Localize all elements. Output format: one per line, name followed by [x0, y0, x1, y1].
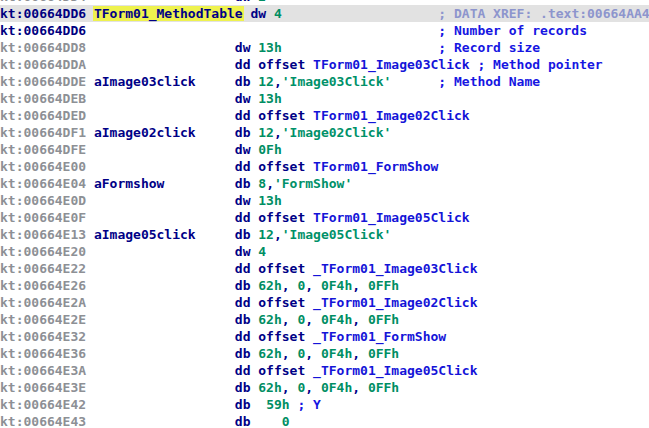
address[interactable]: kt:00664E0D	[0, 193, 94, 208]
mnemonic-keyword: ,	[282, 312, 298, 327]
mnemonic-keyword: db	[235, 346, 258, 361]
spacer	[94, 312, 235, 327]
address[interactable]: kt:00664E32	[0, 329, 94, 344]
number-literal: 62h	[258, 278, 281, 293]
mnemonic-keyword: dd offset	[235, 329, 313, 344]
spacer	[94, 108, 235, 123]
address[interactable]: kt:00664E3E	[0, 380, 94, 395]
data-label[interactable]: aImage02click	[94, 125, 196, 140]
address-current-item[interactable]: kt:00664DD6	[0, 6, 94, 21]
listing-line[interactable]: kt:00664E04 aFormshow db 8,'FormShow'	[0, 175, 649, 192]
listing-line[interactable]: kt:00664DD6 ; Number of records	[0, 22, 649, 39]
mnemonic-keyword: ,	[305, 312, 321, 327]
address[interactable]: kt:00664DDA	[0, 57, 94, 72]
listing-line[interactable]: kt:00664E0D dw 13h	[0, 192, 649, 209]
listing-line-selected[interactable]: kt:00664DD6 TForm01_MethodTable dw 4 ; D…	[0, 5, 649, 22]
address[interactable]: kt:00664DD4	[0, 0, 94, 4]
address[interactable]: kt:00664DFE	[0, 142, 94, 157]
mnemonic-keyword: dd offset	[235, 159, 313, 174]
number-literal: 0F4h	[321, 312, 352, 327]
mnemonic-keyword: db	[235, 125, 258, 140]
symbol-name[interactable]: _TForm01_Image05Click	[313, 363, 477, 378]
number-literal: 62h	[258, 346, 281, 361]
address[interactable]: kt:00664DF1	[0, 125, 94, 140]
address[interactable]: kt:00664DED	[0, 108, 94, 123]
symbol-name[interactable]: TForm01_FormShow	[313, 159, 438, 174]
spacer	[94, 244, 235, 259]
address[interactable]: kt:00664E00	[0, 159, 94, 174]
address[interactable]: kt:00664E13	[0, 227, 94, 242]
disassembly-listing[interactable]: kt:00664DD4 dw 2kt:00664DD6 TForm01_Meth…	[0, 0, 649, 428]
address[interactable]: kt:00664E26	[0, 278, 94, 293]
number-literal: 2	[258, 0, 266, 4]
xref-comment: ; DATA XREF: .text:00664AA4↑o	[438, 6, 649, 21]
listing-line[interactable]: kt:00664E00 dd offset TForm01_FormShow	[0, 158, 649, 175]
listing-line[interactable]: kt:00664E3E db 62h, 0, 0F4h, 0FFh	[0, 379, 649, 396]
data-label[interactable]: aFormshow	[94, 176, 164, 191]
number-literal: 62h	[258, 312, 281, 327]
listing-line[interactable]: kt:00664E3A dd offset _TForm01_Image05Cl…	[0, 362, 649, 379]
listing-line[interactable]: kt:00664E26 db 62h, 0, 0F4h, 0FFh	[0, 277, 649, 294]
listing-line[interactable]: kt:00664DED dd offset TForm01_Image02Cli…	[0, 107, 649, 124]
address[interactable]: kt:00664E2A	[0, 295, 94, 310]
listing-line[interactable]: kt:00664E32 dd offset _TForm01_FormShow	[0, 328, 649, 345]
number-literal: 4	[274, 6, 282, 21]
listing-line[interactable]: kt:00664E20 dw 4	[0, 243, 649, 260]
address-current-item[interactable]: kt:00664DD6	[0, 23, 94, 38]
address[interactable]: kt:00664E20	[0, 244, 94, 259]
string-literal: 'Image02Click'	[282, 125, 392, 140]
mnemonic-keyword: db	[235, 414, 282, 428]
number-literal: 0FFh	[368, 312, 399, 327]
listing-line[interactable]: kt:00664DFE dw 0Fh	[0, 141, 649, 158]
symbol-name[interactable]: _TForm01_FormShow	[313, 329, 446, 344]
data-label[interactable]: aImage05click	[94, 227, 196, 242]
address[interactable]: kt:00664DD8	[0, 40, 94, 55]
listing-line[interactable]: kt:00664DEB dw 13h	[0, 90, 649, 107]
symbol-name[interactable]: TForm01_Image02Click	[313, 108, 470, 123]
mnemonic-keyword: dw	[235, 244, 258, 259]
listing-line[interactable]: kt:00664E22 dd offset _TForm01_Image03Cl…	[0, 260, 649, 277]
number-literal: 13h	[258, 193, 281, 208]
symbol-name[interactable]: _TForm01_Image02Click	[313, 295, 477, 310]
mnemonic-keyword: dw	[235, 91, 258, 106]
spacer	[94, 210, 235, 225]
listing-line[interactable]: kt:00664E13 aImage05click db 12,'Image05…	[0, 226, 649, 243]
listing-line[interactable]: kt:00664E2E db 62h, 0, 0F4h, 0FFh	[0, 311, 649, 328]
address[interactable]: kt:00664E22	[0, 261, 94, 276]
spacer	[94, 193, 235, 208]
number-literal: 0F4h	[321, 380, 352, 395]
spacer	[94, 295, 235, 310]
symbol-name[interactable]: TForm01_Image05Click	[313, 210, 470, 225]
spacer	[196, 227, 235, 242]
listing-line[interactable]: kt:00664E2A dd offset _TForm01_Image02Cl…	[0, 294, 649, 311]
listing-line[interactable]: kt:00664E43 db 0	[0, 413, 649, 428]
address[interactable]: kt:00664DEB	[0, 91, 94, 106]
listing-line[interactable]: kt:00664E42 db 59h ; Y	[0, 396, 649, 413]
listing-line[interactable]: kt:00664DF1 aImage02click db 12,'Image02…	[0, 124, 649, 141]
address[interactable]: kt:00664E3A	[0, 363, 94, 378]
address[interactable]: kt:00664E2E	[0, 312, 94, 327]
data-label[interactable]: aImage03click	[94, 74, 196, 89]
listing-line[interactable]: kt:00664E0F dd offset TForm01_Image05Cli…	[0, 209, 649, 226]
mnemonic-keyword: dd offset	[235, 210, 313, 225]
highlighted-name[interactable]: TForm01_MethodTable	[93, 6, 244, 21]
mnemonic-keyword: db	[235, 312, 258, 327]
address[interactable]: kt:00664E0F	[0, 210, 94, 225]
listing-line[interactable]: kt:00664DDA dd offset TForm01_Image03Cli…	[0, 56, 649, 73]
number-literal: 4	[258, 244, 266, 259]
address[interactable]: kt:00664DDE	[0, 74, 94, 89]
symbol-name[interactable]: TForm01_Image03Click	[313, 57, 470, 72]
mnemonic-keyword: ,	[305, 346, 321, 361]
address[interactable]: kt:00664E42	[0, 397, 94, 412]
listing-line[interactable]: kt:00664E36 db 62h, 0, 0F4h, 0FFh	[0, 345, 649, 362]
address[interactable]: kt:00664E43	[0, 414, 94, 428]
spacer	[94, 329, 235, 344]
symbol-name[interactable]: _TForm01_Image03Click	[313, 261, 477, 276]
listing-line[interactable]: kt:00664DDE aImage03click db 12,'Image03…	[0, 73, 649, 90]
mnemonic-keyword: db	[235, 278, 258, 293]
address[interactable]: kt:00664E04	[0, 176, 94, 191]
address[interactable]: kt:00664E36	[0, 346, 94, 361]
number-literal: 13h	[258, 91, 281, 106]
spacer	[94, 40, 235, 55]
listing-line[interactable]: kt:00664DD8 dw 13h ; Record size	[0, 39, 649, 56]
